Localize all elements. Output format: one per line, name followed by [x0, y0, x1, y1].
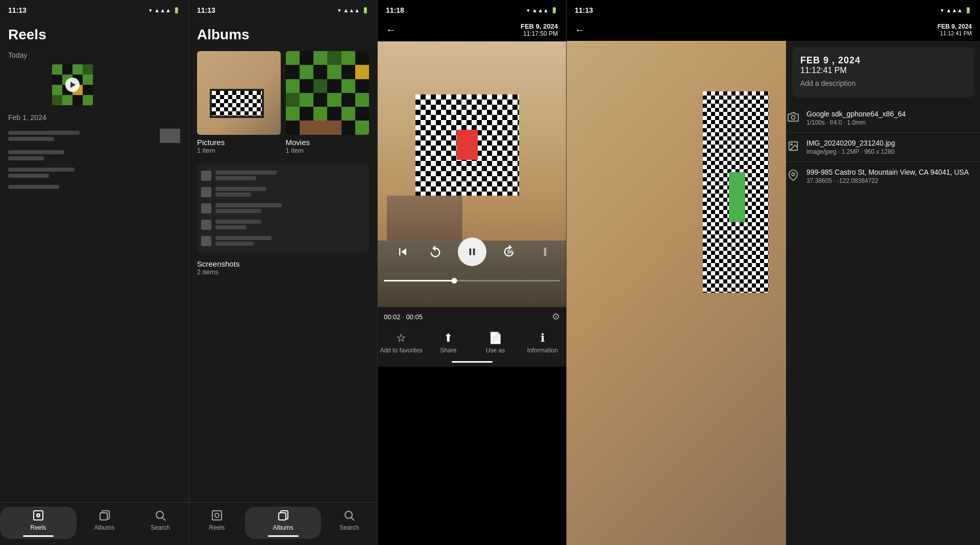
- battery-icon-4: 🔋: [965, 7, 972, 14]
- nav-albums-label-1: Albums: [94, 524, 115, 531]
- video-progress[interactable]: [384, 280, 560, 281]
- scr-text-3: [215, 187, 266, 191]
- scr-text-8: [215, 225, 246, 229]
- replay-button[interactable]: [425, 242, 446, 262]
- file-details: image/jpeg · 1.2MP · 960 x 1280: [806, 148, 895, 155]
- progress-fill: [384, 280, 454, 281]
- list-item[interactable]: [8, 128, 180, 144]
- video-controls: [378, 238, 566, 266]
- thumb-video[interactable]: [52, 64, 93, 105]
- add-description-link[interactable]: Add a description: [800, 79, 966, 87]
- screenshots-preview: [197, 164, 369, 252]
- svg-point-7: [215, 513, 219, 517]
- info-date-big: FEB 9 , 2024: [800, 55, 966, 66]
- reels-content: Reels Today Feb 1,: [0, 18, 188, 502]
- bottom-nav-1: Reels Albums Search: [0, 502, 188, 545]
- album-movies-name: Movies: [286, 138, 370, 147]
- battery-icon-2: 🔋: [362, 7, 369, 14]
- list-item[interactable]: [8, 149, 180, 161]
- list-item[interactable]: [8, 184, 180, 190]
- nav-reels-label-2: Reels: [209, 524, 225, 531]
- signal-icon-4: ▲▲▲: [946, 7, 963, 13]
- video-date: FEB 9, 2024: [521, 22, 558, 30]
- panel-albums: 11:13 ▾ ▲▲▲ 🔋 Albums Pictures 1 item: [189, 0, 378, 545]
- albums-grid: Pictures 1 item Movies 1 item: [197, 51, 369, 154]
- info-datetime: FEB 9, 2024 11:12:41 PM: [938, 23, 972, 36]
- info-time-big: 11:12:41 PM: [800, 66, 966, 75]
- nav-reels-2[interactable]: Reels: [189, 507, 245, 539]
- albums-content: Albums Pictures 1 item: [189, 18, 377, 502]
- file-info-row: IMG_20240209_231240.jpg image/jpeg · 1.2…: [786, 133, 980, 162]
- scr-row-5: [201, 234, 365, 248]
- scr-text-4: [215, 193, 251, 197]
- forward-button[interactable]: [499, 242, 519, 262]
- add-favorites-button[interactable]: ☆ Add to favorites: [378, 331, 425, 354]
- nav-search-1[interactable]: Search: [132, 507, 188, 539]
- item-lines: [8, 131, 155, 141]
- status-time-2: 11:13: [197, 6, 215, 14]
- nav-albums-1[interactable]: Albums: [77, 507, 133, 539]
- camera-icon: [786, 110, 800, 124]
- settings-icon[interactable]: ⚙: [552, 311, 560, 322]
- screenshots-section: Screenshots 2 items: [197, 164, 369, 276]
- information-button[interactable]: ℹ Information: [519, 331, 566, 354]
- signal-icon: ▲▲▲: [154, 7, 171, 13]
- progress-bar[interactable]: [384, 280, 560, 281]
- nav-albums-label-2: Albums: [273, 524, 293, 531]
- status-time-1: 11:13: [8, 6, 27, 14]
- next-button[interactable]: [531, 242, 552, 262]
- info-icon: ℹ: [541, 331, 545, 345]
- svg-rect-8: [279, 513, 286, 520]
- skip-prev-button[interactable]: [393, 242, 413, 262]
- pause-button[interactable]: [458, 238, 486, 266]
- item-line-1: [8, 168, 75, 172]
- scr-row-1: [201, 169, 365, 183]
- item-line-1: [8, 150, 64, 154]
- use-as-button[interactable]: 📄 Use as: [472, 331, 519, 354]
- nav-search-2[interactable]: Search: [321, 507, 377, 539]
- share-label: Share: [440, 347, 456, 354]
- scr-text-9: [215, 236, 272, 240]
- location-icon: [786, 168, 800, 182]
- date-label-feb: Feb 1, 2024: [8, 113, 180, 122]
- camera-info-content: Google sdk_gphone64_x86_64 1/100s · f/4.…: [806, 110, 906, 126]
- search-icon-2: [342, 509, 356, 522]
- video-frame[interactable]: [378, 41, 566, 307]
- status-bar-1: 11:13 ▾ ▲▲▲ 🔋: [0, 0, 188, 18]
- nav-reels-1[interactable]: Reels: [0, 507, 77, 539]
- album-pictures[interactable]: Pictures 1 item: [197, 51, 281, 154]
- video-time-row: 00:02 · 00:05 ⚙: [378, 307, 566, 326]
- signal-icon-2: ▲▲▲: [343, 7, 360, 13]
- album-movies-thumb: [286, 51, 370, 135]
- back-button-3[interactable]: ←: [386, 24, 396, 36]
- list-item[interactable]: [8, 167, 180, 179]
- svg-line-5: [162, 517, 165, 520]
- panel-video: 11:18 ▾ ▲▲▲ 🔋 ← FEB 9, 2024 11:17:50 PM: [378, 0, 567, 545]
- photo-main: FEB 9 , 2024 11:12:41 PM Add a descripti…: [567, 41, 980, 545]
- album-pictures-count: 1 item: [197, 147, 281, 154]
- item-line-2: [8, 137, 54, 141]
- info-panel-sidebar: FEB 9 , 2024 11:12:41 PM Add a descripti…: [786, 41, 980, 545]
- item-lines: [8, 150, 180, 160]
- reels-icon-2: [210, 509, 224, 522]
- info-time-header: 11:12:41 PM: [938, 30, 972, 36]
- file-name: IMG_20240209_231240.jpg: [806, 139, 895, 147]
- wifi-icon-3: ▾: [527, 7, 530, 14]
- camera-model: Google sdk_gphone64_x86_64: [806, 110, 906, 118]
- scr-icon-4: [201, 220, 211, 230]
- screenshots-name: Screenshots: [197, 259, 369, 268]
- album-movies[interactable]: Movies 1 item: [286, 51, 370, 154]
- svg-rect-3: [100, 513, 107, 520]
- info-rows: Google sdk_gphone64_x86_64 1/100s · f/4.…: [786, 104, 980, 191]
- checker-board: [415, 94, 519, 196]
- wifi-icon: ▾: [149, 7, 152, 14]
- status-bar-3: 11:18 ▾ ▲▲▲ 🔋: [378, 0, 566, 18]
- albums-icon: [98, 509, 111, 522]
- nav-albums-2[interactable]: Albums: [245, 507, 322, 539]
- play-overlay: [65, 78, 80, 92]
- nav-indicator-albums-2: [268, 535, 299, 537]
- back-button-4[interactable]: ←: [575, 24, 585, 36]
- panel-reels: 11:13 ▾ ▲▲▲ 🔋 Reels Today: [0, 0, 189, 545]
- thumb-room[interactable]: [8, 64, 49, 105]
- share-button[interactable]: ⬆ Share: [425, 331, 472, 354]
